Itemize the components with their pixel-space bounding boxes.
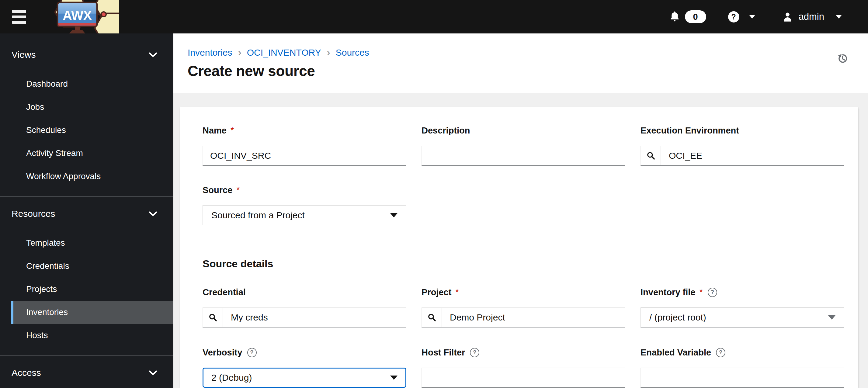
description-input[interactable] [422,146,625,166]
breadcrumb-link-inventories[interactable]: Inventories [188,47,232,58]
breadcrumb: Inventories › OCI_INVENTORY › Sources [188,47,847,58]
credential-input[interactable] [223,308,406,327]
sidebar-item-label: Inventories [26,308,68,317]
source-select-value: Sourced from a Project [211,210,305,221]
required-asterisk: * [455,287,459,297]
breadcrumb-link-oci-inventory[interactable]: OCI_INVENTORY [247,47,321,58]
sidebar-views-list: Dashboard Jobs Schedules Activity Stream… [0,72,173,188]
credential-label: Credential [203,287,406,298]
sidebar-item-label: Workflow Approvals [26,171,101,181]
search-icon [208,313,217,322]
question-circle-icon[interactable]: ? [470,348,479,357]
chevron-down-icon [148,211,158,217]
hamburger-bar [12,10,26,13]
username: admin [799,11,824,22]
page-title: Create new source [188,63,847,79]
inventory-file-label: Inventory file * ? [641,287,844,298]
question-circle-icon[interactable]: ? [716,348,725,357]
inventory-file-select-value: / (project root) [649,312,706,323]
project-search-button[interactable] [422,308,442,327]
sidebar-group-views[interactable]: Views [0,45,173,64]
source-select[interactable]: Sourced from a Project [203,205,406,225]
sidebar-item-label: Templates [26,238,65,248]
hamburger-menu-icon[interactable] [12,10,26,24]
required-asterisk: * [700,287,703,297]
logo-text: AWX [63,8,92,23]
caret-down-icon [828,315,835,320]
sidebar-group-label: Resources [11,208,55,219]
awx-logo-image: AWX [43,0,119,33]
required-asterisk: * [236,185,240,195]
question-circle-icon[interactable]: ? [247,348,257,357]
sidebar-item-schedules[interactable]: Schedules [11,119,173,142]
sidebar-divider [0,196,173,197]
sidebar-group-access[interactable]: Access [0,364,173,382]
sidebar-item-projects[interactable]: Projects [11,278,173,301]
host-filter-input[interactable] [422,368,625,388]
verbosity-select[interactable]: 2 (Debug) [203,368,406,388]
sidebar-item-credentials[interactable]: Credentials [11,255,173,278]
notifications-button[interactable]: 0 [670,10,706,23]
main-content: Inventories › OCI_INVENTORY › Sources Cr… [173,33,868,388]
sidebar-item-hosts[interactable]: Hosts [11,324,173,347]
sidebar-item-label: Dashboard [26,79,68,89]
sidebar-item-jobs[interactable]: Jobs [11,95,173,119]
sidebar-resources-list: Templates Credentials Projects Inventori… [0,231,173,347]
verbosity-field-group: Verbosity ? 2 (Debug) [203,347,406,388]
credential-field-group: Credential [203,287,406,327]
name-field-group: Name * [203,125,406,166]
sidebar-item-label: Jobs [26,102,44,112]
execution-environment-lookup [641,146,844,166]
awx-logo[interactable]: AWX [43,0,119,33]
sidebar-item-activity-stream[interactable]: Activity Stream [11,142,173,165]
form-row-1: Name * Description Execution Envir [203,125,844,166]
chevron-down-icon [749,15,755,19]
enabled-variable-input[interactable] [641,368,844,388]
caret-down-icon [390,376,398,380]
masthead: AWX 0 ? admin [0,0,868,33]
history-button[interactable] [836,52,848,65]
hamburger-bar [12,21,26,24]
page-body: Name * Description Execution Envir [173,93,868,388]
sidebar-item-inventories[interactable]: Inventories [11,301,173,324]
form-row-3: Credential [203,287,844,327]
help-menu-button[interactable]: ? [728,11,755,23]
execution-environment-field-group: Execution Environment [641,125,844,166]
sidebar: Views Dashboard Jobs Schedules Activity … [0,33,173,388]
inventory-file-select[interactable]: / (project root) [641,308,844,327]
description-label: Description [422,125,625,136]
required-asterisk: * [230,125,234,135]
breadcrumb-separator-icon: › [327,48,330,57]
question-circle-icon[interactable]: ? [708,288,717,297]
credential-search-button[interactable] [203,308,223,327]
user-icon [782,11,793,22]
breadcrumb-link-sources[interactable]: Sources [336,47,369,58]
breadcrumb-separator-icon: › [238,48,242,57]
source-field-group: Source * Sourced from a Project [203,185,406,225]
chevron-down-icon [148,370,158,376]
execution-environment-input[interactable] [661,146,844,165]
chevron-down-icon [836,15,842,19]
enabled-variable-field-group: Enabled Variable ? [641,347,844,388]
sidebar-group-resources[interactable]: Resources [0,205,173,223]
form-row-4: Verbosity ? 2 (Debug) Host Filter ? [203,347,844,388]
sidebar-item-workflow-approvals[interactable]: Workflow Approvals [11,165,173,188]
host-filter-label: Host Filter ? [422,347,625,358]
search-icon [646,151,655,160]
project-lookup [422,308,625,327]
execution-environment-search-button[interactable] [641,146,661,165]
bell-icon [670,11,680,23]
name-label: Name * [203,125,406,136]
name-input[interactable] [203,146,406,166]
masthead-actions: 0 ? admin [670,10,842,23]
chevron-down-icon [148,52,158,58]
user-menu-button[interactable]: admin [782,11,842,22]
source-label: Source * [203,185,406,196]
sidebar-item-templates[interactable]: Templates [11,231,173,255]
sidebar-item-label: Credentials [26,261,69,271]
sidebar-item-dashboard[interactable]: Dashboard [11,72,173,95]
sidebar-divider [0,355,173,356]
section-divider [180,243,858,243]
project-input[interactable] [442,308,625,327]
sidebar-group-label: Views [11,50,36,60]
